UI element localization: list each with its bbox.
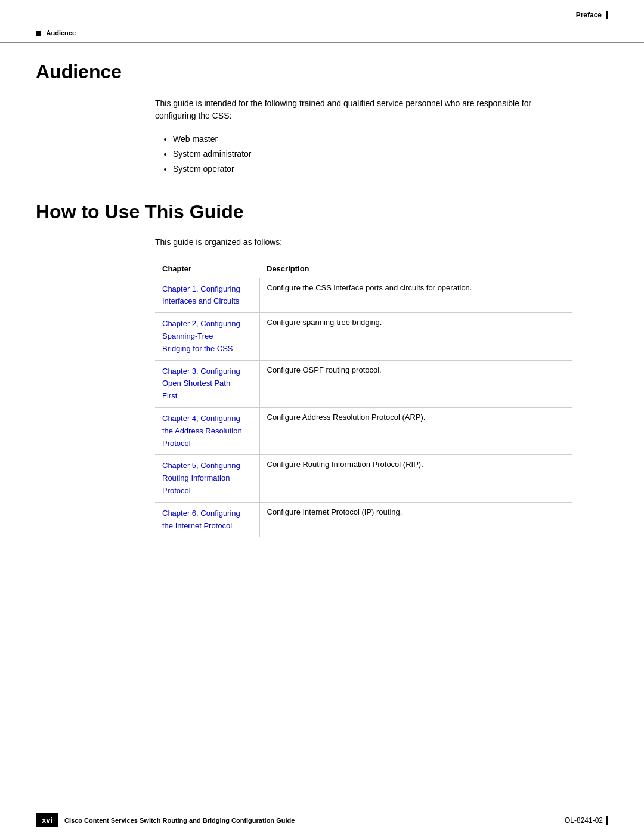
page-header: Preface [0, 0, 644, 23]
table-row: Chapter 1, ConfiguringInterfaces and Cir… [155, 278, 572, 313]
guide-title: How to Use This Guide [36, 201, 608, 223]
chapter-link[interactable]: Chapter 3, Configuring [162, 367, 240, 376]
footer-left: xvi Cisco Content Services Switch Routin… [36, 813, 295, 827]
chapter-link[interactable]: Routing Information [162, 473, 230, 482]
breadcrumb-label: Audience [47, 29, 76, 36]
chapter-link[interactable]: Chapter 5, Configuring [162, 461, 240, 470]
breadcrumb-bar: Audience [0, 26, 644, 43]
table-row: Chapter 2, ConfiguringSpanning-TreeBridg… [155, 313, 572, 360]
page-footer: xvi Cisco Content Services Switch Routin… [0, 807, 644, 833]
list-item: System administrator [173, 147, 572, 162]
main-content: Audience This guide is intended for the … [0, 61, 644, 537]
chapter-link[interactable]: Interfaces and Circuits [162, 295, 252, 308]
chapter-cell: Chapter 6, Configuringthe Internet Proto… [155, 502, 259, 537]
footer-doc-number: OL-8241-02 [565, 816, 603, 825]
chapter-link[interactable]: the Address Resolution [162, 426, 242, 435]
col-header-chapter: Chapter [155, 259, 259, 278]
chapter-cell: Chapter 1, ConfiguringInterfaces and Cir… [155, 278, 259, 313]
chapter-link[interactable]: Protocol [162, 485, 252, 497]
chapter-link[interactable]: Protocol [162, 438, 252, 450]
breadcrumb-icon [36, 31, 41, 36]
audience-section: Audience This guide is intended for the … [36, 61, 608, 177]
table-row: Chapter 3, ConfiguringOpen Shortest Path… [155, 360, 572, 407]
description-cell: Configure OSPF routing protocol. [259, 360, 572, 407]
page-container: Preface Audience Audience This guide is … [0, 0, 644, 833]
chapter-link[interactable]: Open Shortest Path [162, 379, 230, 388]
audience-content: This guide is intended for the following… [155, 97, 572, 177]
chapter-link[interactable]: Spanning-Tree [162, 332, 213, 340]
guide-content: This guide is organized as follows: Chap… [155, 237, 572, 538]
header-preface-label: Preface [576, 11, 602, 19]
list-item: System operator [173, 162, 572, 176]
table-row: Chapter 6, Configuringthe Internet Proto… [155, 502, 572, 537]
guide-table: Chapter Description Chapter 1, Configuri… [155, 259, 572, 538]
description-cell: Configure Address Resolution Protocol (A… [259, 407, 572, 454]
chapter-link[interactable]: Chapter 6, Configuring [162, 509, 240, 518]
chapter-cell: Chapter 3, ConfiguringOpen Shortest Path… [155, 360, 259, 407]
audience-bullet-list: Web master System administrator System o… [173, 132, 572, 177]
list-item: Web master [173, 132, 572, 147]
table-row: Chapter 4, Configuringthe Address Resolu… [155, 407, 572, 454]
footer-right: OL-8241-02 [565, 816, 608, 825]
footer-guide-title: Cisco Content Services Switch Routing an… [64, 817, 295, 824]
description-cell: Configure the CSS interface ports and ci… [259, 278, 572, 313]
chapter-link[interactable]: Chapter 4, Configuring [162, 414, 240, 423]
guide-section: How to Use This Guide This guide is orga… [36, 201, 608, 538]
table-header-row: Chapter Description [155, 259, 572, 278]
description-cell: Configure spanning-tree bridging. [259, 313, 572, 360]
chapter-link[interactable]: Chapter 1, Configuring [162, 284, 240, 293]
chapter-cell: Chapter 5, ConfiguringRouting Informatio… [155, 455, 259, 502]
footer-divider [606, 816, 608, 825]
chapter-cell: Chapter 4, Configuringthe Address Resolu… [155, 407, 259, 454]
description-cell: Configure Internet Protocol (IP) routing… [259, 502, 572, 537]
audience-intro: This guide is intended for the following… [155, 97, 572, 122]
audience-title: Audience [36, 61, 608, 83]
chapter-link[interactable]: the Internet Protocol [162, 520, 252, 532]
guide-intro: This guide is organized as follows: [155, 237, 572, 247]
col-header-description: Description [259, 259, 572, 278]
chapter-link[interactable]: First [162, 390, 252, 402]
table-row: Chapter 5, ConfiguringRouting Informatio… [155, 455, 572, 502]
chapter-cell: Chapter 2, ConfiguringSpanning-TreeBridg… [155, 313, 259, 360]
header-divider [606, 11, 608, 19]
chapter-link[interactable]: Bridging for the CSS [162, 343, 252, 355]
chapter-link[interactable]: Chapter 2, Configuring [162, 319, 240, 328]
description-cell: Configure Routing Information Protocol (… [259, 455, 572, 502]
page-number: xvi [36, 813, 58, 827]
